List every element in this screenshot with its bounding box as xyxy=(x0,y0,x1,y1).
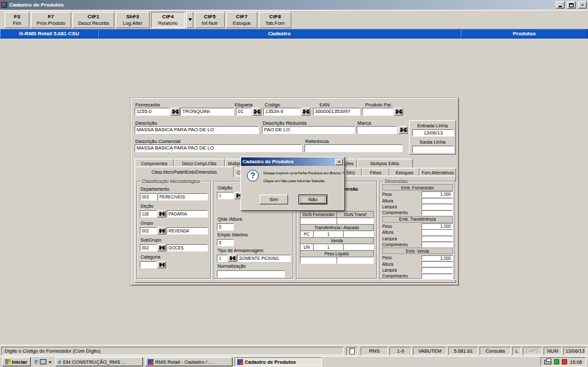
etiqueta-field[interactable]: 01 xyxy=(236,108,252,116)
subgrupo-name-field[interactable]: DOCES xyxy=(167,244,208,251)
status-document-segment xyxy=(346,347,358,355)
grupo-code-field[interactable]: 002 xyxy=(140,227,157,234)
largura-field[interactable] xyxy=(421,267,453,273)
sim-button[interactable]: Sim xyxy=(259,195,288,204)
action-label: Descr.Receita xyxy=(78,20,109,26)
show-desktop-icon[interactable] xyxy=(40,359,46,364)
tipo-armazenagem-code-field[interactable]: 1 xyxy=(217,255,227,262)
departamento-code-field[interactable]: 003 xyxy=(140,193,157,200)
task-button-cadastro-produtos[interactable]: Cadastro de Produtos xyxy=(235,357,322,366)
toolbar-button-inf-nutr[interactable]: CtF5Inf.Nutr xyxy=(195,12,225,28)
status-bar: Digite o Código do Fornecedor (Com Dígit… xyxy=(0,345,588,356)
peso-liquido-field-1[interactable] xyxy=(300,257,337,264)
fornecedor-lookup-button[interactable] xyxy=(171,108,180,116)
comprimento-field[interactable] xyxy=(421,210,453,216)
codigo-lookup-button[interactable] xyxy=(301,108,310,116)
chevron-expand-icon[interactable]: » xyxy=(48,359,51,365)
peso-field[interactable]: 1,000 xyxy=(421,223,453,229)
peso-field[interactable]: 1,000 xyxy=(421,191,453,197)
dialog-close-button[interactable]: × xyxy=(335,159,343,165)
peso-liquido-field-2[interactable] xyxy=(336,257,374,264)
categoria-lookup-button[interactable] xyxy=(157,261,166,268)
produto-pai-lookup-button[interactable] xyxy=(394,108,403,116)
etiqueta-lookup-button[interactable] xyxy=(252,108,261,116)
minimize-button[interactable] xyxy=(556,1,564,8)
altura-field[interactable] xyxy=(421,261,453,267)
printer-icon[interactable] xyxy=(544,360,551,364)
emb-transferencia-header: Emb. Transferência xyxy=(382,216,453,223)
ean-field[interactable]: 3000001353997 xyxy=(313,108,360,116)
start-button[interactable]: Iniciar xyxy=(2,357,31,366)
normatizacao-field[interactable] xyxy=(217,270,285,278)
descricao-comercial-field[interactable]: MASSA BASICA PARA PAO DE LO xyxy=(135,144,302,152)
secao-lookup-button[interactable] xyxy=(157,210,166,217)
altura-label: Altura xyxy=(382,199,421,203)
largura-field[interactable] xyxy=(421,236,453,242)
marca-lookup-button[interactable] xyxy=(399,126,408,134)
secao-name-field[interactable]: PADARIA xyxy=(167,210,208,217)
tab-class-merc-pallet-emb-dimensoes[interactable]: Class.Merc/Pallet/Emb/Dimensões xyxy=(135,167,234,177)
relatorio-dropdown-button[interactable] xyxy=(186,12,193,28)
toolbar-button-fim[interactable]: F3Fim xyxy=(5,12,29,28)
quick-launch: e » xyxy=(33,359,54,365)
task-button-em-construcao[interactable]: eEM CONSTRUÇÃO_RMS ... xyxy=(56,357,143,366)
grupo-name-field[interactable]: REVENDA xyxy=(167,227,208,234)
fornecedor-name-field[interactable]: TRONQUINI xyxy=(180,108,234,116)
saida-linha-label: Saída Linha xyxy=(410,139,455,145)
descricao-field[interactable]: MASSA BASICA PARA PAO DE LO xyxy=(135,126,259,134)
subgrupo-lookup-button[interactable] xyxy=(157,244,166,251)
tray-status-icon-1[interactable] xyxy=(554,359,559,364)
binoculars-icon xyxy=(159,263,165,267)
status-range: 1-9 xyxy=(389,347,412,355)
toolbar-button-prox-produto[interactable]: F7Próx.Produto xyxy=(31,12,71,28)
tray-status-icon-2[interactable] xyxy=(562,359,567,364)
qtde-altura-field[interactable]: 5 xyxy=(217,223,234,231)
fornecedor-code-field[interactable]: 1155-0 xyxy=(135,108,170,116)
qtde-altura-label: Qtde /Altura xyxy=(218,217,242,222)
close-button[interactable]: × xyxy=(578,1,587,8)
entrada-linha-label: Entrada Linha xyxy=(410,123,455,129)
close-icon: × xyxy=(581,3,584,8)
action-label: Fim xyxy=(13,20,22,26)
document-icon xyxy=(350,348,355,355)
tipo-armazenagem-name-field[interactable]: SOMENTE PICKING xyxy=(237,255,291,262)
peso-field[interactable]: 1,000 xyxy=(421,255,453,261)
nao-button[interactable]: Não xyxy=(299,195,327,204)
status-num-indicator: NUM xyxy=(544,347,562,355)
referencia-field[interactable] xyxy=(304,144,402,152)
marca-field[interactable] xyxy=(357,126,397,134)
classificacao-group: Classificação Mercadológica Departamento… xyxy=(137,181,211,279)
etiqueta-label: Etiqueta xyxy=(235,102,253,108)
rms-app-icon xyxy=(237,359,243,365)
comprimento-field[interactable] xyxy=(421,274,453,279)
subgrupo-code-field[interactable]: 002 xyxy=(140,244,157,251)
produto-pai-field[interactable] xyxy=(362,108,393,116)
toolbar-button-log-alter[interactable]: ShF3Log.Alter xyxy=(116,12,150,28)
largura-field[interactable] xyxy=(421,204,453,210)
ie-icon[interactable]: e xyxy=(35,359,39,365)
task-button-rms-retail[interactable]: RMS Retail - Cadastro / ... xyxy=(145,357,233,366)
toolbar-button-estoque[interactable]: CtF7Estoque xyxy=(226,12,257,28)
task-label: Cadastro de Produtos xyxy=(245,359,296,365)
empto-maximo-field[interactable]: 5 xyxy=(217,239,234,246)
altura-field[interactable] xyxy=(421,198,453,204)
descricao-reduzida-field[interactable]: PAO DE LO xyxy=(262,126,355,134)
grupo-lookup-button[interactable] xyxy=(157,227,166,234)
key-label: CtF8 xyxy=(269,14,281,20)
binoculars-icon xyxy=(395,109,402,114)
largura-label: Largura xyxy=(382,236,421,241)
toolbar-button-tab-forn[interactable]: CtF8Tab.Forn xyxy=(259,12,291,28)
comprimento-field[interactable] xyxy=(421,242,453,247)
toolbar-button-descr-receita[interactable]: CtF1Descr.Receita xyxy=(73,12,114,28)
toolbar-button-relatorio[interactable]: CtF4Relatório xyxy=(151,12,185,28)
departamento-name-field[interactable]: PERECIVEIS xyxy=(157,193,208,200)
maximize-button[interactable] xyxy=(567,1,576,8)
altura-field[interactable] xyxy=(421,229,453,235)
codigo-field[interactable]: 13539-9 xyxy=(263,108,301,116)
secao-code-field[interactable]: 118 xyxy=(140,210,157,217)
galpao-field[interactable]: 1 xyxy=(217,192,234,199)
largura-label: Largura xyxy=(382,204,421,209)
status-date: 13/06/13 xyxy=(563,347,587,355)
categoria-code-field[interactable] xyxy=(140,261,157,268)
tipo-armazenagem-lookup-button[interactable] xyxy=(228,255,237,262)
